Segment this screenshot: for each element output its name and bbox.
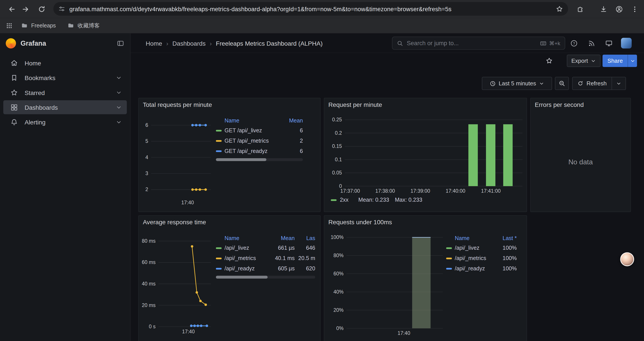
legend-row[interactable]: /api/_livez100%	[446, 243, 517, 253]
legend-row[interactable]: /api/_metrics40.1 ms20.5 m	[216, 253, 315, 263]
legend-column-header[interactable]: Las	[294, 235, 315, 241]
panel-title[interactable]: Total requests per minute	[143, 101, 212, 108]
url-text[interactable]: grafana.mathmast.com/d/deytv4rwavabkb/fr…	[69, 6, 552, 12]
legend-column-header[interactable]: Last *	[488, 235, 517, 241]
share-menu-button[interactable]	[628, 55, 637, 67]
series-name: /api/_metrics	[224, 255, 262, 261]
legend-row[interactable]: GET /api/_livez6	[216, 125, 303, 136]
legend-column-header[interactable]: Mean	[277, 117, 303, 124]
favorite-star-icon[interactable]	[546, 57, 553, 65]
downloads-button[interactable]	[598, 3, 609, 15]
refresh-interval-button[interactable]	[612, 77, 626, 90]
series-value: 40.1 ms	[262, 255, 294, 261]
legend-row[interactable]: /api/_readyz605 µs620	[216, 263, 315, 274]
sidebar-item-alerting[interactable]: Alerting	[3, 115, 127, 129]
series-value: 6	[277, 127, 303, 133]
panel-errors-per-second: Errors per second No data	[530, 98, 631, 212]
svg-text:40 ms: 40 ms	[142, 281, 156, 286]
sidebar-toggle-icon[interactable]	[116, 39, 124, 47]
series-value: 20.5 m	[294, 255, 315, 261]
timeseries-chart[interactable]: 80 ms60 ms40 ms20 ms0 s17:40	[140, 232, 212, 336]
sidebar-item-dashboards[interactable]: Dashboards	[3, 100, 127, 114]
assistant-avatar[interactable]	[620, 252, 634, 266]
kiosk-mode-button[interactable]	[604, 38, 614, 48]
sidebar-item-label: Bookmarks	[24, 74, 55, 81]
forward-button[interactable]	[20, 3, 31, 15]
browser-menu-button[interactable]	[629, 3, 640, 15]
series-name[interactable]: 2xx	[340, 197, 348, 203]
grafana-logo[interactable]	[6, 38, 16, 48]
breadcrumb-item[interactable]: Dashboards	[172, 40, 206, 47]
legend-row[interactable]: /api/_livez661 µs646	[216, 243, 315, 253]
chevron-down-icon[interactable]	[116, 104, 122, 110]
legend-column-header[interactable]: Name	[455, 235, 488, 241]
panel-title[interactable]: Errors per second	[535, 101, 584, 108]
rss-icon	[588, 39, 595, 47]
site-info-icon[interactable]	[58, 5, 65, 12]
legend-row[interactable]: /api/_metrics100%	[446, 253, 517, 263]
bookmark-item[interactable]: Freeleaps	[21, 22, 56, 29]
chevron-down-icon	[630, 58, 635, 63]
news-button[interactable]	[586, 38, 596, 48]
breadcrumb-item[interactable]: Home	[146, 40, 162, 47]
search-icon	[397, 40, 403, 46]
legend-column-header[interactable]: Name	[224, 235, 262, 241]
back-button[interactable]	[6, 3, 17, 15]
legend-stat: Mean: 0.233	[358, 197, 389, 203]
chart-svg: 80 ms60 ms40 ms20 ms0 s17:40	[140, 232, 212, 336]
sidebar-item-bookmarks[interactable]: Bookmarks	[3, 71, 127, 85]
user-avatar[interactable]	[621, 38, 632, 49]
browser-toolbar: grafana.mathmast.com/d/deytv4rwavabkb/fr…	[0, 0, 644, 18]
bar-chart[interactable]: 100%80%60%40%20%0%17:40	[328, 232, 444, 337]
chevron-down-icon[interactable]	[116, 89, 122, 96]
legend-row[interactable]: GET /api/_readyz6	[216, 146, 303, 156]
export-button[interactable]: Export	[567, 55, 600, 67]
legend-row[interactable]: GET /api/_metrics2	[216, 136, 303, 146]
scrollbar-thumb[interactable]	[216, 276, 268, 278]
sidebar-nav: HomeBookmarksStarredDashboardsAlerting	[0, 55, 130, 130]
refresh-button[interactable]: Refresh	[572, 77, 612, 90]
help-icon: ?	[570, 39, 578, 47]
reload-button[interactable]	[36, 3, 47, 15]
sidebar-item-label: Starred	[24, 89, 45, 96]
extensions-button[interactable]	[574, 3, 585, 15]
search-shortcut-label: ⌘+k	[549, 40, 560, 46]
svg-text:0.1: 0.1	[335, 157, 342, 162]
legend-scrollbar[interactable]	[216, 276, 315, 278]
svg-text:80%: 80%	[334, 253, 344, 258]
legend-table: NameMeanLas/api/_livez661 µs646/api/_met…	[216, 233, 318, 279]
bookmark-label: 收藏博客	[78, 22, 100, 30]
legend-header: NameMean	[216, 115, 303, 125]
panel-title[interactable]: Average response time	[143, 219, 206, 226]
help-button[interactable]: ?	[569, 38, 579, 48]
legend-table: NameLast */api/_livez100%/api/_metrics10…	[446, 233, 518, 274]
search-input[interactable]: Search or jump to... ⌘+k	[392, 37, 565, 50]
share-button[interactable]: Share	[602, 55, 628, 67]
breadcrumb-item: Freeleaps Metrics Dashboard (ALPHA)	[216, 40, 323, 47]
legend-column-header[interactable]: Mean	[262, 235, 294, 241]
legend-column-header[interactable]: Name	[224, 117, 277, 124]
profile-button[interactable]	[613, 3, 625, 15]
svg-text:17:37:00: 17:37:00	[340, 188, 360, 194]
zoom-out-button[interactable]	[555, 77, 569, 90]
bookmark-star-icon[interactable]	[556, 5, 563, 13]
legend-header: NameMeanLas	[216, 233, 315, 243]
chevron-down-icon[interactable]	[116, 119, 122, 125]
breadcrumb-separator: ›	[166, 40, 168, 47]
bar-chart[interactable]: 0.250.20.150.10.05017:37:0017:38:0017:39…	[328, 115, 524, 195]
legend-row[interactable]: /api/_readyz100%	[446, 263, 517, 274]
panel-title[interactable]: Request per minute	[328, 101, 382, 108]
chevron-down-icon[interactable]	[116, 75, 122, 81]
timeseries-chart[interactable]: 6543217:40	[140, 115, 212, 206]
sidebar-item-home[interactable]: Home	[3, 56, 127, 70]
bookmark-item[interactable]: 收藏博客	[67, 22, 100, 30]
legend-scrollbar[interactable]	[216, 158, 303, 161]
panel-title[interactable]: Requests under 100ms	[328, 219, 392, 226]
url-bar[interactable]: grafana.mathmast.com/d/deytv4rwavabkb/fr…	[53, 2, 568, 16]
time-range-picker[interactable]: Last 5 minutes	[482, 77, 552, 90]
sidebar-item-starred[interactable]: Starred	[3, 85, 127, 99]
scrollbar-thumb[interactable]	[216, 158, 266, 161]
sidebar-header: Grafana	[0, 33, 130, 53]
apps-grid-icon[interactable]	[6, 22, 13, 29]
svg-text:?: ?	[573, 41, 575, 46]
